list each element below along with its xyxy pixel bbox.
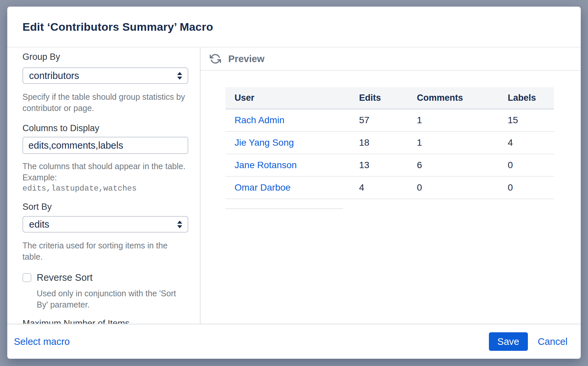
comments-cell: 0	[408, 176, 499, 199]
reverse-sort-help: Used only in conjunction with the 'Sort …	[37, 288, 188, 310]
comments-cell: 1	[408, 131, 499, 154]
user-link[interactable]: Omar Darboe	[235, 182, 291, 193]
col-header-user: User	[226, 87, 350, 109]
table-row: Jie Yang Song 18 1 4	[226, 131, 554, 154]
columns-help-example: edits,lastupdate,watches	[22, 183, 188, 194]
group-by-value: contributors	[29, 70, 79, 81]
save-button[interactable]: Save	[489, 332, 528, 351]
select-macro-link[interactable]: Select macro	[14, 336, 70, 347]
table-bottom-divider	[226, 208, 343, 209]
col-header-edits: Edits	[350, 87, 408, 109]
labels-cell: 15	[499, 109, 554, 131]
edits-cell: 13	[350, 154, 408, 176]
edits-cell: 57	[350, 109, 408, 131]
preview-content: User Edits Comments Labels Rach Admin 57…	[201, 71, 581, 209]
preview-pane: Preview User Edits Comments Labels	[201, 48, 581, 324]
comments-cell: 6	[408, 154, 499, 176]
reverse-sort-checkbox[interactable]	[22, 273, 31, 282]
labels-cell: 4	[499, 131, 554, 154]
columns-label: Columns to Display	[22, 122, 188, 134]
select-arrows-icon	[176, 71, 183, 80]
sort-by-select[interactable]: edits	[22, 216, 188, 233]
columns-help: The columns that should appear in the ta…	[22, 161, 188, 194]
table-row: Jane Rotanson 13 6 0	[226, 154, 554, 176]
reverse-sort-row: Reverse Sort	[22, 272, 188, 283]
dialog-header: Edit ‘Contributors Summary’ Macro	[7, 7, 581, 48]
modal-backdrop: { "dialog": { "title": "Edit \u2018Contr…	[0, 0, 588, 366]
dialog-body: Group By contributors Specify if the tab…	[7, 48, 581, 324]
table-row: Rach Admin 57 1 15	[226, 109, 554, 131]
select-arrows-icon	[176, 220, 183, 229]
columns-help-text: The columns that should appear in the ta…	[22, 162, 185, 182]
col-header-labels: Labels	[499, 87, 554, 109]
user-link[interactable]: Jie Yang Song	[235, 137, 294, 148]
columns-input[interactable]	[22, 137, 188, 154]
dialog-title: Edit ‘Contributors Summary’ Macro	[22, 20, 213, 33]
group-by-select[interactable]: contributors	[22, 67, 188, 84]
dialog-footer: Select macro Save Cancel	[7, 324, 581, 359]
col-header-comments: Comments	[408, 87, 499, 109]
preview-bar: Preview	[201, 48, 581, 71]
sort-by-label: Sort By	[22, 201, 188, 213]
cancel-link[interactable]: Cancel	[538, 336, 568, 347]
user-link[interactable]: Rach Admin	[235, 115, 284, 125]
user-link[interactable]: Jane Rotanson	[235, 160, 297, 170]
sort-by-value: edits	[29, 219, 49, 230]
max-items-label: Maximum Number of Items	[22, 317, 188, 324]
edits-cell: 18	[350, 131, 408, 154]
reverse-sort-label: Reverse Sort	[37, 272, 92, 283]
group-by-label: Group By	[22, 51, 188, 63]
contributors-table: User Edits Comments Labels Rach Admin 57…	[226, 87, 554, 199]
footer-actions: Save Cancel	[489, 332, 568, 351]
refresh-icon[interactable]	[210, 53, 221, 64]
labels-cell: 0	[499, 154, 554, 176]
table-header-row: User Edits Comments Labels	[226, 87, 554, 109]
comments-cell: 1	[408, 109, 499, 131]
group-by-help: Specify if the table should group statis…	[22, 91, 188, 114]
edit-macro-dialog: Edit ‘Contributors Summary’ Macro Group …	[7, 7, 581, 359]
edits-cell: 4	[350, 176, 408, 199]
sort-by-help: The criteria used for sorting items in t…	[22, 240, 188, 262]
macro-params-form: Group By contributors Specify if the tab…	[7, 48, 201, 324]
preview-label: Preview	[228, 54, 265, 64]
table-row: Omar Darboe 4 0 0	[226, 176, 554, 199]
labels-cell: 0	[499, 176, 554, 199]
